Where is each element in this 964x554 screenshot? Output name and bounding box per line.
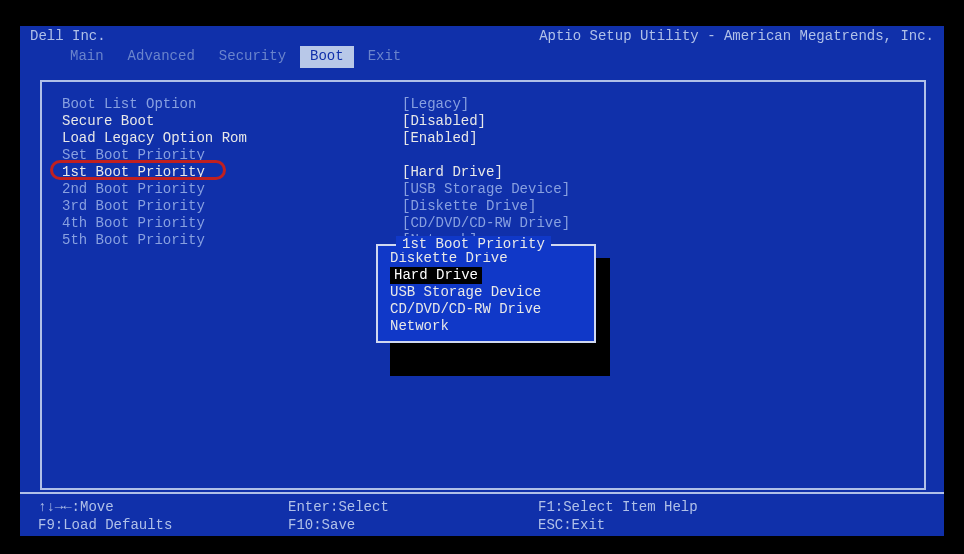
hint-defaults: F9:Load Defaults: [38, 516, 288, 534]
setting-label: Load Legacy Option Rom: [62, 130, 402, 147]
setting-label: 3rd Boot Priority: [62, 198, 402, 215]
setting-boot-list-option[interactable]: Boot List Option [Legacy]: [62, 96, 904, 113]
setting-label: 4th Boot Priority: [62, 215, 402, 232]
setting-set-boot-priority[interactable]: Set Boot Priority: [62, 147, 904, 164]
popup-option-network[interactable]: Network: [378, 318, 594, 335]
menu-exit[interactable]: Exit: [358, 46, 412, 68]
footer-help: ↑↓→←:Move Enter:Select F1:Select Item He…: [20, 492, 944, 536]
hint-exit: ESC:Exit: [538, 516, 926, 534]
setting-label: Boot List Option: [62, 96, 402, 113]
popup-option-hard-drive[interactable]: Hard Drive: [390, 267, 482, 284]
popup-option-cd-dvd[interactable]: CD/DVD/CD-RW Drive: [378, 301, 594, 318]
setting-label: 1st Boot Priority: [62, 164, 402, 181]
setting-label: Set Boot Priority: [62, 147, 402, 164]
menu-security[interactable]: Security: [209, 46, 296, 68]
setting-value: [402, 147, 904, 164]
hint-select: Enter:Select: [288, 498, 538, 516]
hint-help: F1:Select Item Help: [538, 498, 926, 516]
setting-value: [USB Storage Device]: [402, 181, 904, 198]
menu-advanced[interactable]: Advanced: [118, 46, 205, 68]
boot-priority-popup: 1st Boot Priority Diskette Drive Hard Dr…: [376, 244, 596, 343]
setting-label: 5th Boot Priority: [62, 232, 402, 249]
setting-4th-boot-priority[interactable]: 4th Boot Priority [CD/DVD/CD-RW Drive]: [62, 215, 904, 232]
setting-value: [CD/DVD/CD-RW Drive]: [402, 215, 904, 232]
setting-load-legacy-rom[interactable]: Load Legacy Option Rom [Enabled]: [62, 130, 904, 147]
setting-value: [Hard Drive]: [402, 164, 904, 181]
popup-option-usb[interactable]: USB Storage Device: [378, 284, 594, 301]
setting-2nd-boot-priority[interactable]: 2nd Boot Priority [USB Storage Device]: [62, 181, 904, 198]
menu-main[interactable]: Main: [60, 46, 114, 68]
hint-save: F10:Save: [288, 516, 538, 534]
menu-bar: Main Advanced Security Boot Exit: [20, 46, 944, 68]
menu-boot[interactable]: Boot: [300, 46, 354, 68]
setting-3rd-boot-priority[interactable]: 3rd Boot Priority [Diskette Drive]: [62, 198, 904, 215]
hint-move: ↑↓→←:Move: [38, 498, 288, 516]
vendor-label: Dell Inc.: [30, 28, 106, 46]
utility-label: Aptio Setup Utility - American Megatrend…: [539, 28, 934, 46]
setting-value: [Diskette Drive]: [402, 198, 904, 215]
setting-label: Secure Boot: [62, 113, 402, 130]
setting-label: 2nd Boot Priority: [62, 181, 402, 198]
popup-option-diskette[interactable]: Diskette Drive: [378, 250, 594, 267]
popup-title: 1st Boot Priority: [396, 236, 551, 252]
setting-value: [Legacy]: [402, 96, 904, 113]
setting-value: [Disabled]: [402, 113, 904, 130]
setting-secure-boot[interactable]: Secure Boot [Disabled]: [62, 113, 904, 130]
setting-1st-boot-priority[interactable]: 1st Boot Priority [Hard Drive]: [62, 164, 904, 181]
setting-value: [Enabled]: [402, 130, 904, 147]
